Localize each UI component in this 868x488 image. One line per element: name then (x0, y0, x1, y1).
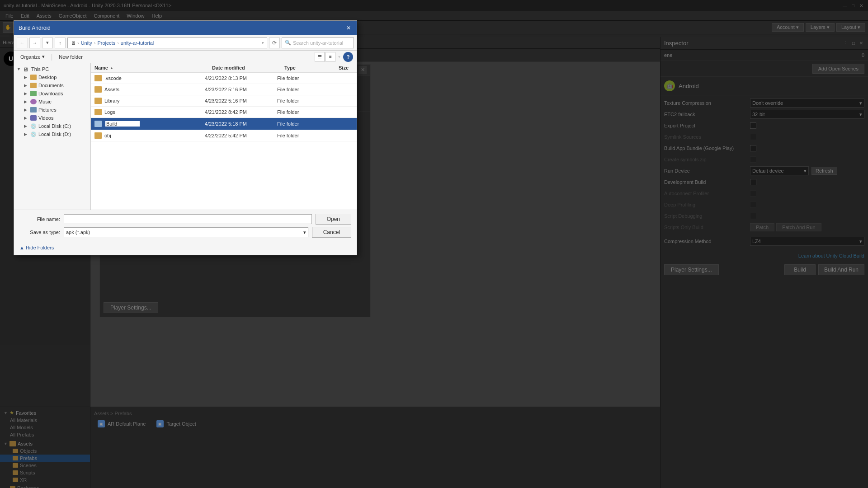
obj-date: 4/22/2022 5:42 PM (205, 133, 277, 138)
tree-documents[interactable]: ▶ Documents (14, 81, 90, 89)
desktop-icon (30, 75, 37, 80)
file-list-header: Name ▲ Date modified Type Size (91, 63, 357, 73)
file-dialog-footer: File name: Open Save as type: apk (*.apk… (14, 210, 357, 255)
library-date: 4/23/2022 5:16 PM (205, 98, 277, 103)
organize-btn[interactable]: Organize ▾ (18, 53, 47, 61)
file-row-build[interactable]: 4/23/2022 5:18 PM File folder (91, 118, 357, 130)
vscode-name: .vscode (104, 75, 122, 81)
build-folder-icon (94, 121, 102, 127)
up-btn[interactable]: ↑ (55, 38, 66, 48)
obj-folder-icon (94, 132, 102, 139)
bc-icon: 🖥 (71, 40, 75, 46)
hide-folders-btn[interactable]: ▲ Hide Folders (19, 245, 54, 250)
file-row-assets[interactable]: Assets 4/23/2022 5:16 PM File folder (91, 84, 357, 95)
view-dropdown-btn[interactable]: ▾ (338, 54, 340, 59)
file-dialog-toolbar: ← → ▾ ↑ 🖥 › Unity › Projects › unity-ar-… (14, 35, 357, 51)
file-dialog: Build Android ✕ ← → ▾ ↑ 🖥 › Unity › Proj… (14, 20, 357, 255)
file-dialog-body: ▼ 🖥 This PC ▶ Desktop ▶ Documents ▶ (14, 63, 357, 210)
file-tree-panel: ▼ 🖥 This PC ▶ Desktop ▶ Documents ▶ (14, 63, 91, 210)
assets-folder-icon (94, 86, 102, 93)
file-dialog-close-btn[interactable]: ✕ (345, 24, 352, 32)
desktop-label: Desktop (38, 75, 57, 80)
open-btn[interactable]: Open (316, 214, 351, 225)
file-row-logs[interactable]: Logs 4/21/2022 8:42 PM File folder (91, 107, 357, 118)
tree-videos[interactable]: ▶ Videos (14, 114, 90, 122)
col-date[interactable]: Date modified (212, 65, 284, 70)
view-toggle: ☰ ≡ ▾ ? (315, 52, 353, 62)
file-row-library[interactable]: Library 4/23/2022 5:16 PM File folder (91, 95, 357, 107)
tree-downloads[interactable]: ▶ Downloads (14, 89, 90, 98)
assets-name: Assets (104, 87, 119, 92)
search-placeholder: Search unity-ar-tutorial (293, 40, 343, 46)
library-type: File folder (277, 98, 331, 103)
savetype-label: Save as type: (19, 230, 60, 235)
view-details-btn[interactable]: ≡ (326, 52, 335, 62)
toolbar-divider: | (51, 53, 53, 61)
tree-desktop[interactable]: ▶ Desktop (14, 73, 90, 81)
search-bar: 🔍 Search unity-ar-tutorial (282, 38, 354, 48)
disk-d-icon: 💿 (30, 131, 37, 137)
view-list-btn[interactable]: ☰ (315, 52, 325, 62)
tree-music[interactable]: ▶ Music (14, 98, 90, 106)
col-size[interactable]: Size (339, 65, 357, 70)
documents-label: Documents (38, 83, 64, 88)
savetype-row: Save as type: apk (*.apk)▾ Cancel (19, 227, 351, 238)
breadcrumb-bar: 🖥 › Unity › Projects › unity-ar-tutorial… (67, 38, 267, 48)
col-type[interactable]: Type (284, 65, 339, 70)
build-date: 4/23/2022 5:18 PM (205, 121, 277, 127)
search-icon: 🔍 (285, 40, 291, 46)
file-list-panel: Name ▲ Date modified Type Size .vscode 4… (91, 63, 357, 210)
music-label: Music (38, 99, 52, 104)
build-name-input[interactable] (104, 120, 141, 127)
thispc-icon: 🖥 (23, 66, 29, 72)
logs-type: File folder (277, 109, 331, 115)
assets-type: File folder (277, 87, 331, 92)
forward-btn[interactable]: → (29, 38, 40, 48)
build-type: File folder (277, 121, 331, 127)
file-dialog-toolbar2: Organize ▾ | New folder ☰ ≡ ▾ ? (14, 51, 357, 63)
pictures-label: Pictures (38, 107, 57, 113)
logs-folder-icon (94, 109, 102, 115)
obj-type: File folder (277, 133, 331, 138)
cancel-btn[interactable]: Cancel (312, 227, 351, 238)
file-row-obj[interactable]: obj 4/22/2022 5:42 PM File folder (91, 130, 357, 141)
music-icon (30, 99, 37, 104)
local-d-label: Local Disk (D:) (38, 131, 71, 137)
back-btn[interactable]: ← (17, 38, 28, 48)
assets-date: 4/23/2022 5:16 PM (205, 87, 277, 92)
logs-name: Logs (104, 109, 115, 115)
library-name: Library (104, 98, 120, 103)
refresh-nav-btn[interactable]: ⟳ (269, 38, 280, 48)
bc-project-name[interactable]: unity-ar-tutorial (121, 40, 154, 46)
vscode-date: 4/21/2022 8:13 PM (205, 75, 277, 81)
vscode-type: File folder (277, 75, 331, 81)
file-row-vscode[interactable]: .vscode 4/21/2022 8:13 PM File folder (91, 73, 357, 84)
disk-c-icon: 💿 (30, 123, 37, 129)
bc-unity[interactable]: Unity (81, 40, 92, 46)
filename-row: File name: Open (19, 214, 351, 225)
filename-input[interactable] (64, 214, 312, 224)
file-dialog-title-bar: Build Android ✕ (14, 21, 357, 35)
file-dialog-title-text: Build Android (19, 25, 51, 31)
local-c-label: Local Disk (C:) (38, 123, 71, 129)
help-btn[interactable]: ? (343, 52, 353, 62)
library-folder-icon (94, 98, 102, 104)
dropdown-btn[interactable]: ▾ (42, 38, 53, 48)
logs-date: 4/21/2022 8:42 PM (205, 109, 277, 115)
tree-pictures[interactable]: ▶ Pictures (14, 106, 90, 114)
obj-name: obj (104, 133, 111, 138)
savetype-dropdown[interactable]: apk (*.apk)▾ (64, 227, 308, 237)
hide-folders-arrow: ▲ (19, 245, 24, 250)
tree-local-c[interactable]: ▶ 💿 Local Disk (C:) (14, 122, 90, 130)
videos-icon (30, 115, 37, 121)
downloads-label: Downloads (38, 91, 63, 96)
documents-icon (30, 83, 37, 88)
col-name[interactable]: Name ▲ (94, 65, 212, 70)
bc-expand[interactable]: ▾ (262, 41, 264, 45)
thispc-label: This PC (31, 66, 49, 72)
bc-projects[interactable]: Projects (97, 40, 115, 46)
tree-local-d[interactable]: ▶ 💿 Local Disk (D:) (14, 130, 90, 138)
tree-thispc[interactable]: ▼ 🖥 This PC (14, 65, 90, 73)
new-folder-btn[interactable]: New folder (56, 53, 85, 61)
downloads-icon (30, 91, 37, 96)
